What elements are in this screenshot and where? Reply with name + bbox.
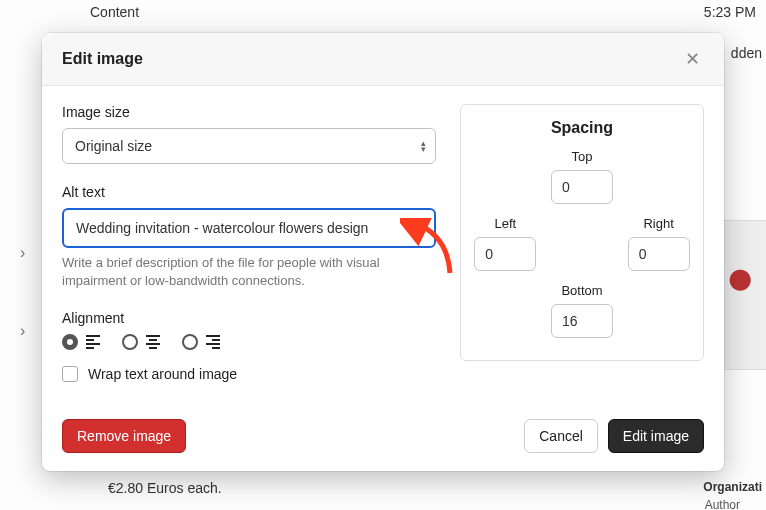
align-option-right[interactable]	[182, 334, 220, 350]
bg-price-text: €2.80 Euros each.	[108, 480, 222, 496]
image-size-select[interactable]	[62, 128, 436, 164]
wrap-text-label: Wrap text around image	[88, 366, 237, 382]
bg-author-label: Author	[705, 498, 740, 510]
align-center-icon	[146, 335, 160, 349]
radio-icon	[182, 334, 198, 350]
align-right-icon	[206, 335, 220, 349]
alignment-options	[62, 334, 436, 350]
align-option-center[interactable]	[122, 334, 160, 350]
close-icon: ✕	[685, 48, 700, 70]
alignment-label: Alignment	[62, 310, 436, 326]
edit-image-modal: Edit image ✕ Image size ▴▾ Alt text Writ…	[42, 33, 724, 471]
spacing-top-input[interactable]	[551, 170, 613, 204]
alt-text-input[interactable]	[62, 208, 436, 248]
spacing-bottom-label: Bottom	[561, 283, 602, 298]
bg-time: 5:23 PM	[704, 4, 756, 20]
remove-image-button[interactable]: Remove image	[62, 419, 186, 453]
modal-body: Image size ▴▾ Alt text Write a brief des…	[42, 86, 724, 405]
bg-content-label: Content	[90, 4, 139, 20]
spacing-left-input[interactable]	[474, 237, 536, 271]
edit-image-button[interactable]: Edit image	[608, 419, 704, 453]
spacing-bottom-input[interactable]	[551, 304, 613, 338]
spacing-title: Spacing	[473, 119, 691, 137]
spacing-left: Left	[474, 216, 536, 271]
spacing-grid: Top Left Right Bottom	[473, 149, 691, 338]
spacing-bottom: Bottom	[551, 283, 613, 338]
left-column: Image size ▴▾ Alt text Write a brief des…	[62, 104, 436, 405]
spacing-top-label: Top	[572, 149, 593, 164]
close-button[interactable]: ✕	[680, 47, 704, 71]
wrap-text-checkbox[interactable]	[62, 366, 78, 382]
spacing-left-label: Left	[494, 216, 516, 231]
spacing-right-label: Right	[643, 216, 673, 231]
spacing-top: Top	[551, 149, 613, 204]
chevron-right-icon: ›	[20, 244, 25, 262]
radio-icon	[122, 334, 138, 350]
bg-hidden-text: dden	[731, 45, 762, 61]
modal-header: Edit image ✕	[42, 33, 724, 86]
alt-text-help: Write a brief description of the file fo…	[62, 254, 436, 290]
cancel-button[interactable]: Cancel	[524, 419, 598, 453]
bg-org-label: Organizati	[703, 480, 762, 494]
spacing-panel: Spacing Top Left Right Bott	[460, 104, 704, 361]
footer-right: Cancel Edit image	[524, 419, 704, 453]
image-size-select-wrap: ▴▾	[62, 128, 436, 164]
wrap-text-row: Wrap text around image	[62, 366, 436, 382]
right-column: Spacing Top Left Right Bott	[460, 104, 704, 405]
alt-text-label: Alt text	[62, 184, 436, 200]
align-left-icon	[86, 335, 100, 349]
modal-footer: Remove image Cancel Edit image	[42, 405, 724, 471]
spacing-right-input[interactable]	[628, 237, 690, 271]
modal-title: Edit image	[62, 50, 143, 68]
spacing-right: Right	[628, 216, 690, 271]
radio-selected-icon	[62, 334, 78, 350]
image-size-label: Image size	[62, 104, 436, 120]
chevron-right-icon: ›	[20, 322, 25, 340]
align-option-left[interactable]	[62, 334, 100, 350]
